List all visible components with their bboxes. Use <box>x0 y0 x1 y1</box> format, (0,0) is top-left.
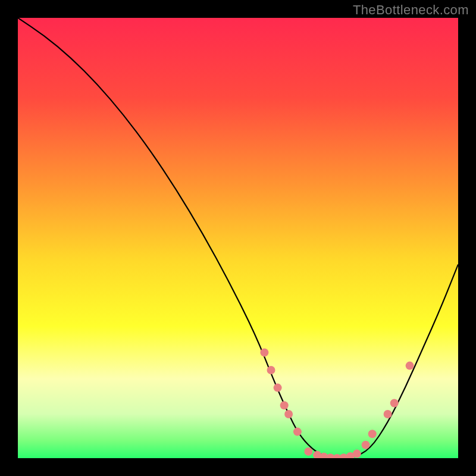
marker-flat-1 <box>304 447 312 456</box>
marker-left-2 <box>267 366 275 374</box>
marker-left-3 <box>274 384 282 392</box>
watermark-text: TheBottleneck.com <box>353 2 469 18</box>
chart-svg <box>18 18 458 458</box>
marker-left-5 <box>284 410 293 418</box>
marker-flat-8 <box>353 450 361 458</box>
marker-right-1 <box>362 441 370 449</box>
stage: TheBottleneck.com <box>0 0 476 476</box>
gradient-background <box>18 18 458 458</box>
chart-area <box>18 18 458 458</box>
marker-left-6 <box>293 428 302 436</box>
marker-right-3 <box>384 410 392 418</box>
marker-right-2 <box>368 430 377 438</box>
marker-right-4 <box>390 399 399 408</box>
marker-left-4 <box>280 401 289 409</box>
marker-left-1 <box>260 348 268 356</box>
marker-right-5 <box>406 362 414 370</box>
